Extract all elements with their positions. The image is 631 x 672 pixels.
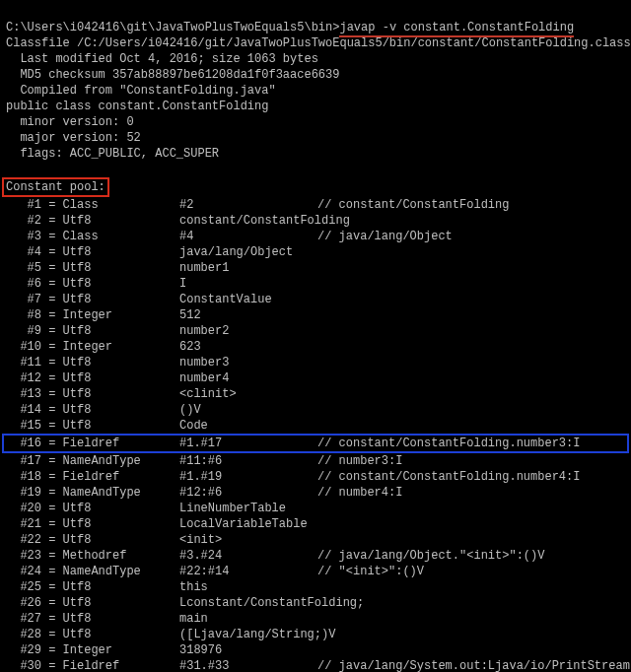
pool-index-type: #29 = Integer: [6, 642, 179, 658]
constant-pool-entry: #7 = Utf8ConstantValue: [6, 292, 625, 307]
pool-index-type: #20 = Utf8: [6, 501, 179, 516]
pool-comment: [317, 532, 625, 548]
pool-comment: [317, 292, 625, 307]
constant-pool-entry: #9 = Utf8number2: [6, 323, 625, 339]
constant-pool-entry: #24 = NameAndType#22:#14// "<init>":()V: [6, 564, 625, 579]
header-line: public class constant.ConstantFolding: [6, 99, 625, 114]
pool-index-type: #12 = Utf8: [6, 370, 179, 386]
pool-comment: [317, 323, 625, 339]
pool-value: <init>: [179, 532, 317, 548]
pool-index-type: #23 = Methodref: [6, 548, 179, 564]
pool-comment: // constant/ConstantFolding.number3:I: [317, 436, 625, 451]
pool-index-type: #22 = Utf8: [6, 532, 179, 548]
pool-comment: [317, 307, 625, 323]
pool-value: main: [179, 611, 317, 627]
pool-index-type: #14 = Utf8: [6, 402, 179, 418]
pool-value: 623: [179, 339, 317, 355]
constant-pool-entry: #12 = Utf8number4: [6, 370, 625, 386]
command-prompt: C:\Users\i042416\git\JavaTwoPlusTwoEqual…: [6, 21, 339, 34]
pool-value: #31.#33: [179, 658, 317, 672]
constant-pool-entry: #2 = Utf8constant/ConstantFolding: [6, 213, 625, 229]
pool-comment: [317, 355, 625, 370]
pool-value: I: [179, 276, 317, 292]
pool-comment: // number4:I: [317, 485, 625, 501]
constant-pool-entry: #21 = Utf8LocalVariableTable: [6, 516, 625, 532]
pool-value: this: [179, 579, 317, 595]
pool-comment: [317, 244, 625, 260]
header-line: Classfile /C:/Users/i042416/git/JavaTwoP…: [6, 35, 625, 51]
constant-pool-entry: #17 = NameAndType#11:#6// number3:I: [6, 453, 625, 469]
pool-index-type: #3 = Class: [6, 229, 179, 244]
pool-comment: [317, 370, 625, 386]
constant-pool-entry: #3 = Class#4// java/lang/Object: [6, 229, 625, 244]
pool-value: #11:#6: [179, 453, 317, 469]
pool-comment: // java/lang/System.out:Ljava/io/PrintSt…: [317, 658, 631, 672]
pool-value: Lconstant/ConstantFolding;: [179, 595, 317, 611]
constant-pool-entry: #28 = Utf8([Ljava/lang/String;)V: [6, 627, 625, 642]
pool-value: #2: [179, 197, 317, 213]
pool-comment: [317, 627, 625, 642]
pool-comment: // constant/ConstantFolding.number4:I: [317, 469, 625, 485]
pool-value: #1.#19: [179, 469, 317, 485]
constant-pool-entry: #5 = Utf8number1: [6, 260, 625, 276]
constant-pool-entry: #18 = Fieldref#1.#19// constant/Constant…: [6, 469, 625, 485]
pool-value: <clinit>: [179, 386, 317, 402]
pool-value: #12:#6: [179, 485, 317, 501]
header-line: major version: 52: [6, 130, 625, 146]
pool-comment: [317, 260, 625, 276]
pool-comment: // java/lang/Object: [317, 229, 625, 244]
pool-comment: // number3:I: [317, 453, 625, 469]
pool-comment: [317, 339, 625, 355]
constant-pool-entry: #25 = Utf8this: [6, 579, 625, 595]
constant-pool-entry: #22 = Utf8<init>: [6, 532, 625, 548]
constant-pool-entry: #23 = Methodref#3.#24// java/lang/Object…: [6, 548, 625, 564]
constant-pool-table: #1 = Class#2// constant/ConstantFolding …: [6, 197, 625, 672]
pool-index-type: #25 = Utf8: [6, 579, 179, 595]
pool-index-type: #26 = Utf8: [6, 595, 179, 611]
constant-pool-entry: #30 = Fieldref#31.#33// java/lang/System…: [6, 658, 625, 672]
constant-pool-entry: #14 = Utf8()V: [6, 402, 625, 418]
constant-pool-label: Constant pool:: [2, 177, 109, 197]
pool-index-type: #17 = NameAndType: [6, 453, 179, 469]
pool-index-type: #7 = Utf8: [6, 292, 179, 307]
pool-index-type: #18 = Fieldref: [6, 469, 179, 485]
header-line: Last modified Oct 4, 2016; size 1063 byt…: [6, 51, 625, 67]
pool-index-type: #13 = Utf8: [6, 386, 179, 402]
pool-index-type: #15 = Utf8: [6, 418, 179, 434]
constant-pool-entry: #20 = Utf8LineNumberTable: [6, 501, 625, 516]
constant-pool-entry: #11 = Utf8number3: [6, 355, 625, 370]
pool-comment: // java/lang/Object."<init>":()V: [317, 548, 625, 564]
pool-comment: [317, 213, 625, 229]
constant-pool-entry: #1 = Class#2// constant/ConstantFolding: [6, 197, 625, 213]
pool-index-type: #4 = Utf8: [6, 244, 179, 260]
pool-comment: [317, 611, 625, 627]
pool-index-type: #24 = NameAndType: [6, 564, 179, 579]
constant-pool-entry: #26 = Utf8Lconstant/ConstantFolding;: [6, 595, 625, 611]
pool-index-type: #9 = Utf8: [6, 323, 179, 339]
pool-index-type: #21 = Utf8: [6, 516, 179, 532]
pool-index-type: #1 = Class: [6, 197, 179, 213]
pool-comment: [317, 579, 625, 595]
pool-value: LocalVariableTable: [179, 516, 317, 532]
pool-value: number1: [179, 260, 317, 276]
pool-value: 318976: [179, 642, 317, 658]
pool-value: #22:#14: [179, 564, 317, 579]
pool-value: LineNumberTable: [179, 501, 317, 516]
pool-value: java/lang/Object: [179, 244, 317, 260]
terminal-output: C:\Users\i042416\git\JavaTwoPlusTwoEqual…: [0, 0, 631, 672]
pool-value: #4: [179, 229, 317, 244]
pool-index-type: #30 = Fieldref: [6, 658, 179, 672]
header-line: minor version: 0: [6, 114, 625, 130]
pool-comment: [317, 501, 625, 516]
pool-value: number3: [179, 355, 317, 370]
pool-index-type: #8 = Integer: [6, 307, 179, 323]
pool-comment: [317, 595, 625, 611]
pool-value: constant/ConstantFolding: [179, 213, 317, 229]
pool-comment: [317, 386, 625, 402]
pool-comment: [317, 516, 625, 532]
pool-index-type: #11 = Utf8: [6, 355, 179, 370]
header-line: MD5 checksum 357ab88897be61208da1f0f3aac…: [6, 67, 625, 83]
pool-index-type: #19 = NameAndType: [6, 485, 179, 501]
constant-pool-entry: #8 = Integer512: [6, 307, 625, 323]
pool-index-type: #10 = Integer: [6, 339, 179, 355]
